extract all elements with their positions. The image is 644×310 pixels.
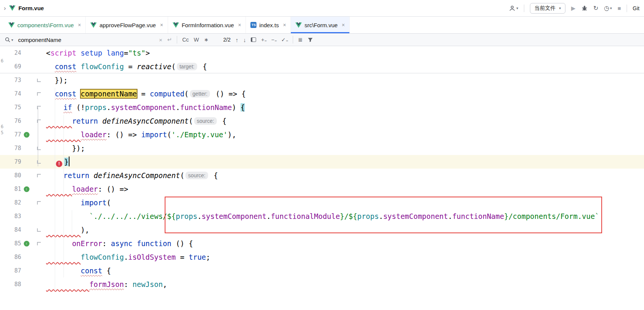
regex-toggle[interactable]: ∗ <box>204 37 208 43</box>
stop-icon[interactable]: ■ <box>618 5 621 11</box>
brace-highlight: } <box>64 158 68 166</box>
gutter: 75 <box>0 101 46 114</box>
line-number: 86 <box>0 254 21 260</box>
fold-marker[interactable] <box>37 92 41 96</box>
close-tab-icon[interactable]: × <box>283 22 286 28</box>
code-line-24[interactable]: 24<script setup lang="ts"> <box>0 46 644 60</box>
gutter-hint-icon[interactable]: ↑ <box>24 241 29 246</box>
search-lines-icon[interactable]: ≣ <box>298 37 303 43</box>
run-configuration-dropdown[interactable]: 当前文件 ▾ <box>530 3 565 14</box>
filter-icon[interactable] <box>307 37 313 43</box>
error-icon: ! <box>56 161 62 167</box>
clear-search-icon[interactable]: × <box>159 37 162 43</box>
code-line-75[interactable]: 75 if (!props.systemComponent.functionNa… <box>0 101 644 114</box>
code-text: onError: async function () { <box>46 237 193 250</box>
tab-label: FormInformation.vue <box>182 22 234 28</box>
previous-match-icon[interactable]: ↑ <box>235 37 238 43</box>
code-line-88[interactable]: 88 formJson: newJson, <box>0 277 644 291</box>
search-match-highlight: componentName <box>81 90 137 98</box>
debug-icon[interactable] <box>581 5 588 11</box>
close-tab-icon[interactable]: × <box>238 22 241 28</box>
divider <box>293 36 293 43</box>
git-menu[interactable]: Git <box>633 5 639 11</box>
code-line-81[interactable]: 81↑ loader: () => <box>0 182 644 196</box>
newline-icon[interactable]: ↵ <box>167 36 172 43</box>
gutter: 84 <box>0 223 46 237</box>
tab-label: src\Form.vue <box>304 22 338 28</box>
fold-marker[interactable] <box>37 242 41 245</box>
edge-fragment: 5 <box>1 130 3 135</box>
code-line-74[interactable]: 74 const componentName = computed(getter… <box>0 87 644 101</box>
gutter-hint-icon[interactable]: ↑ <box>24 186 29 192</box>
typescript-icon: TS <box>250 22 256 28</box>
code-line-86[interactable]: 86 flowConfig.isOldSystem = true; <box>0 250 644 264</box>
chevron-down-icon: ▾ <box>11 38 13 42</box>
remove-occurrence-icon[interactable]: −▫▫ <box>271 37 276 43</box>
code-line-73[interactable]: 73 }); <box>0 73 644 87</box>
code-line-80[interactable]: 80 return defineAsyncComponent(source: { <box>0 169 644 182</box>
code-text: const componentName = computed(getter: (… <box>46 87 246 101</box>
line-number: 88 <box>0 281 21 288</box>
more-run-options-icon[interactable]: ◷ ▾ <box>604 5 612 12</box>
find-in-selection-icon[interactable] <box>251 37 256 42</box>
fold-marker[interactable] <box>37 174 41 177</box>
code-text: !} <box>46 155 69 169</box>
fold-marker[interactable] <box>37 201 41 205</box>
whole-words-toggle[interactable]: W <box>194 37 199 43</box>
line-number: 73 <box>0 77 21 84</box>
window-title: Form.vue <box>19 5 44 11</box>
code-line-79[interactable]: 79 !} <box>0 155 644 169</box>
code-line-85[interactable]: 85↑ onError: async function () { <box>0 237 644 250</box>
search-input[interactable]: componentName <box>18 37 154 43</box>
code-line-87[interactable]: 87 const { <box>0 264 644 277</box>
vue-logo-icon <box>9 5 15 11</box>
match-case-toggle[interactable]: Cc <box>182 37 189 43</box>
line-number: 79 <box>0 158 21 165</box>
next-match-icon[interactable]: ↓ <box>243 37 246 43</box>
divider <box>177 36 177 43</box>
indent-guide <box>55 88 55 291</box>
close-tab-icon[interactable]: × <box>342 22 345 28</box>
gutter-hint-icon[interactable]: ↑ <box>24 132 29 138</box>
code-line-69[interactable]: 69 const flowConfig = reactive(target: { <box>0 60 644 73</box>
chevron-down-icon: ▾ <box>610 6 612 10</box>
code-text: import( <box>46 196 111 209</box>
code-text: return defineAsyncComponent(source: { <box>46 169 218 182</box>
gutter: 73 <box>0 73 46 87</box>
tab-src-form-vue[interactable]: src\Form.vue× <box>291 17 350 33</box>
add-occurrence-icon[interactable]: +▫▫ <box>261 37 266 43</box>
code-text: ), <box>46 223 89 237</box>
close-tab-icon[interactable]: × <box>160 22 163 28</box>
text-cursor <box>69 157 69 166</box>
editor[interactable]: 24<script setup lang="ts">69 const flowC… <box>0 46 644 310</box>
code-line-76[interactable]: 76 return defineAsyncComponent(source: { <box>0 114 644 128</box>
run-icon[interactable]: ▶ <box>571 5 576 12</box>
tab-forminformation-vue[interactable]: FormInformation.vue× <box>168 17 246 33</box>
profiler-icon[interactable]: ↻ <box>593 5 598 12</box>
tab-components-form-vue[interactable]: components\Form.vue× <box>4 17 86 33</box>
code-text: loader: () => import('./Empty.vue'), <box>46 128 236 141</box>
gutter: 83 <box>0 209 46 223</box>
code-text: return defineAsyncComponent(source: { <box>46 114 227 128</box>
edge-fragment: 6 <box>1 58 3 64</box>
tab-label: index.ts <box>259 22 279 28</box>
tab-index-ts[interactable]: TSindex.ts× <box>246 17 291 33</box>
users-icon[interactable]: ▾ <box>509 5 518 12</box>
close-tab-icon[interactable]: × <box>78 22 81 28</box>
fold-marker[interactable] <box>37 228 41 232</box>
search-icon[interactable]: ▾ <box>5 37 13 43</box>
title-bar: › Form.vue ▾ 当前文件 ▾ ▶ ↻ ◷ ▾ ■ Git <box>0 0 644 17</box>
code-line-77[interactable]: 77↑ loader: () => import('./Empty.vue'), <box>0 128 644 141</box>
code-text: formJson: newJson, <box>46 277 167 291</box>
select-all-occurrences-icon[interactable]: ✓▫▫ <box>281 37 288 43</box>
line-number: 83 <box>0 213 21 220</box>
line-number: 69 <box>0 63 21 70</box>
tab-approveflowpage-vue[interactable]: approveFlowPage.vue× <box>86 17 168 33</box>
chevron-down-icon: ▾ <box>516 6 518 10</box>
line-number: 87 <box>0 267 21 274</box>
code-line-78[interactable]: 78 }); <box>0 141 644 155</box>
indent-guide <box>72 210 72 236</box>
fold-marker[interactable] <box>37 79 41 82</box>
edge-fragment: 6 <box>1 124 3 129</box>
divider <box>524 5 524 12</box>
